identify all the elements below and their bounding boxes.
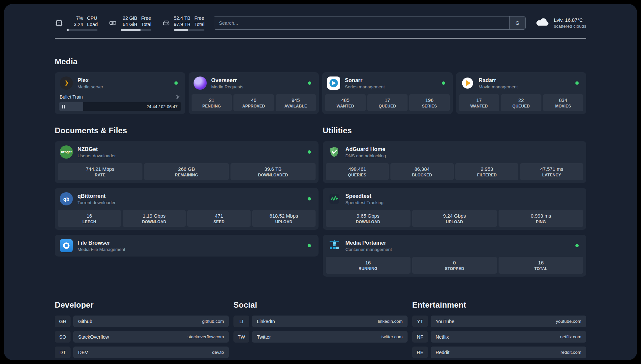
adguard-icon	[327, 145, 341, 159]
bookmark-reddit[interactable]: RE Reddit reddit.com	[412, 347, 586, 358]
bookmark-netflix[interactable]: NF Netflix netflix.com	[412, 331, 586, 343]
stat-seed: 471 SEED	[187, 210, 251, 227]
service-name: NZBGet	[77, 146, 116, 152]
header-divider	[55, 38, 586, 39]
disk-free-label: Free	[194, 15, 204, 21]
service-name: Sonarr	[345, 77, 385, 83]
overseerr-icon	[193, 76, 207, 90]
cloud-icon	[535, 17, 550, 29]
bookmark-group-developer: Developer GH Github github.com SO StackO…	[55, 300, 229, 358]
status-dot	[308, 150, 311, 154]
service-subtitle: DNS and adblocking	[346, 153, 386, 158]
search-bar: G	[214, 16, 526, 30]
stat-leech: 16 LEECH	[58, 210, 121, 227]
bookmark-dev[interactable]: DT DEV dev.to	[55, 347, 229, 358]
bookmark-url: twitter.com	[381, 334, 403, 339]
playback-progress-bar[interactable]: 24:44 / 02:06:47	[59, 102, 181, 111]
section-title-documents: Documents & Files	[55, 126, 319, 135]
memory-free-label: Free	[141, 15, 151, 21]
disk-widget: 52.4 TB 97.9 TB Free Total	[162, 15, 204, 31]
portainer-icon	[327, 239, 341, 253]
plex-now-playing: Bullet Train 24:44 / 02:06:47	[58, 94, 182, 111]
bookmark-github[interactable]: GH Github github.com	[55, 316, 229, 327]
service-card-portainer[interactable]: Media Portainer Container management 16 …	[323, 235, 587, 277]
speedtest-icon	[327, 192, 341, 206]
bookmark-name: Reddit	[436, 350, 449, 355]
cpu-icon	[55, 19, 63, 27]
bookmark-abbr: YT	[412, 316, 428, 327]
playback-time: 24:44 / 02:06:47	[147, 104, 181, 109]
disk-usage-bar	[174, 29, 204, 31]
memory-icon	[108, 19, 117, 27]
service-card-speedtest[interactable]: Speedtest Speedtest Tracking 9.65 Gbps D…	[323, 188, 587, 230]
section-title-utilities: Utilities	[323, 126, 587, 135]
status-dot	[308, 197, 311, 200]
service-subtitle: Media File Management	[77, 247, 125, 252]
stat-wanted: 17 WANTED	[459, 94, 500, 111]
memory-widget: 22 GiB 64 GiB Free Total	[108, 15, 151, 31]
sonarr-icon	[327, 76, 341, 90]
status-dot	[174, 81, 178, 85]
weather-location: Lviv, 16.87°C	[554, 17, 586, 23]
nzbget-icon: nzbget	[59, 145, 73, 159]
memory-usage-bar	[121, 29, 151, 31]
bookmark-twitter[interactable]: TW Twitter twitter.com	[233, 331, 408, 343]
stat-filtered: 2,953 FILTERED	[455, 163, 519, 180]
service-subtitle: Media Requests	[211, 84, 244, 89]
status-dot	[575, 81, 579, 85]
bookmark-url: netflix.com	[560, 334, 581, 339]
stat-queued: 17 QUEUED	[367, 94, 408, 111]
bookmark-url: linkedin.com	[378, 319, 403, 324]
section-documents: Documents & Files nzbget NZBGet Usenet d…	[55, 126, 319, 257]
stat-blocked: 86,384 BLOCKED	[390, 163, 454, 180]
bookmark-name: StackOverflow	[78, 334, 109, 340]
cpu-load-label: Load	[87, 21, 98, 28]
service-name: Radarr	[479, 77, 518, 83]
service-subtitle: Series management	[345, 84, 385, 89]
radarr-icon	[461, 76, 474, 90]
stat-download: 1.19 Gbps DOWNLOAD	[123, 210, 186, 227]
section-utilities: Utilities AdGuard Home DNS and adblockin…	[323, 126, 587, 277]
service-card-overseerr[interactable]: Overseerr Media Requests 21 PENDING 40 A…	[189, 72, 319, 114]
bookmark-name: LinkedIn	[257, 319, 275, 324]
service-subtitle: Speedtest Tracking	[346, 200, 384, 205]
memory-free-value: 22 GiB	[123, 15, 137, 21]
bookmark-youtube[interactable]: YT YouTube youtube.com	[412, 316, 586, 327]
disk-total-label: Total	[194, 21, 204, 28]
service-card-filebrowser[interactable]: File Browser Media File Management	[55, 235, 319, 257]
service-card-nzbget[interactable]: nzbget NZBGet Usenet downloader 744.21 M…	[55, 141, 319, 183]
stat-approved: 40 APPROVED	[233, 94, 274, 111]
stat-series: 196 SERIES	[409, 94, 450, 111]
stat-ping: 0.993 ms PING	[499, 210, 583, 227]
stat-downloaded: 39.6 TB DOWNLOADED	[230, 163, 315, 180]
status-dot	[575, 244, 579, 247]
bookmark-abbr: TW	[233, 331, 249, 343]
bookmark-linkedin[interactable]: LI LinkedIn linkedin.com	[233, 316, 408, 327]
memory-total-label: Total	[141, 21, 151, 28]
disk-total-value: 97.9 TB	[174, 21, 191, 28]
status-dot	[308, 244, 311, 247]
stat-available: 945 AVAILABLE	[276, 94, 316, 111]
service-subtitle: Usenet downloader	[77, 153, 116, 158]
pause-icon[interactable]	[59, 105, 68, 108]
section-title-media: Media	[55, 57, 586, 66]
bookmark-stackoverflow[interactable]: SO StackOverflow stackoverflow.com	[55, 331, 229, 343]
service-card-plex[interactable]: Plex Media server Bullet Train	[55, 72, 185, 114]
section-title-developer: Developer	[55, 300, 229, 310]
service-card-radarr[interactable]: Radarr Movie management 17 WANTED 22 QUE…	[456, 72, 587, 114]
service-name: Overseerr	[211, 77, 244, 83]
service-card-sonarr[interactable]: Sonarr Series management 485 WANTED 17 Q…	[322, 72, 453, 114]
dashboard-panel: 7% 3.24 CPU Load	[4, 4, 637, 360]
service-card-adguard[interactable]: AdGuard Home DNS and adblocking 498,461 …	[323, 141, 587, 183]
bookmark-group-entertainment: Entertainment YT YouTube youtube.com NF …	[412, 300, 586, 358]
service-card-qbittorrent[interactable]: qb qBittorrent Torrent downloader 16 LEE…	[55, 188, 319, 230]
status-dot	[308, 81, 311, 85]
search-provider-button[interactable]: G	[509, 16, 525, 29]
service-name: File Browser	[77, 240, 125, 246]
memory-total-value: 64 GiB	[123, 21, 137, 28]
bookmark-abbr: DT	[55, 347, 71, 358]
gear-icon[interactable]	[175, 94, 180, 100]
search-input[interactable]	[214, 16, 509, 29]
stat-remaining: 266 GB REMAINING	[144, 163, 229, 180]
service-name: AdGuard Home	[346, 146, 386, 152]
